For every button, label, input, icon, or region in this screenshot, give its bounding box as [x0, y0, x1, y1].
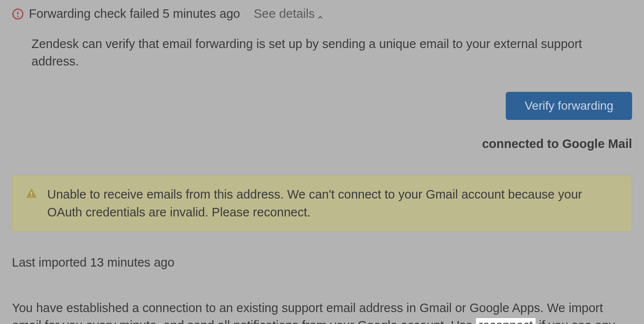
- status-text: Forwarding check failed 5 minutes ago: [29, 7, 240, 21]
- alert-circle-icon: [12, 8, 24, 20]
- warning-triangle-icon: [25, 187, 38, 200]
- see-details-label: See details: [254, 7, 315, 21]
- see-details-toggle[interactable]: See details: [254, 7, 324, 21]
- svg-point-4: [31, 196, 32, 197]
- chevron-up-icon: [316, 10, 324, 18]
- connected-row: connected to Google Mail: [0, 124, 644, 155]
- svg-point-2: [17, 16, 18, 17]
- connected-status-label: connected to Google Mail: [482, 137, 632, 151]
- reconnect-highlight[interactable]: reconnect: [476, 318, 535, 324]
- last-imported-text: Last imported 13 minutes ago: [0, 236, 644, 274]
- status-header-row: Forwarding check failed 5 minutes ago Se…: [0, 0, 644, 25]
- warning-banner: Unable to receive emails from this addre…: [12, 175, 632, 232]
- button-row: Verify forwarding: [0, 74, 644, 124]
- warning-message: Unable to receive emails from this addre…: [47, 185, 619, 221]
- forwarding-description: Zendesk can verify that email forwarding…: [0, 25, 644, 74]
- connection-info-text: You have established a connection to an …: [0, 274, 644, 324]
- verify-forwarding-button[interactable]: Verify forwarding: [506, 92, 632, 120]
